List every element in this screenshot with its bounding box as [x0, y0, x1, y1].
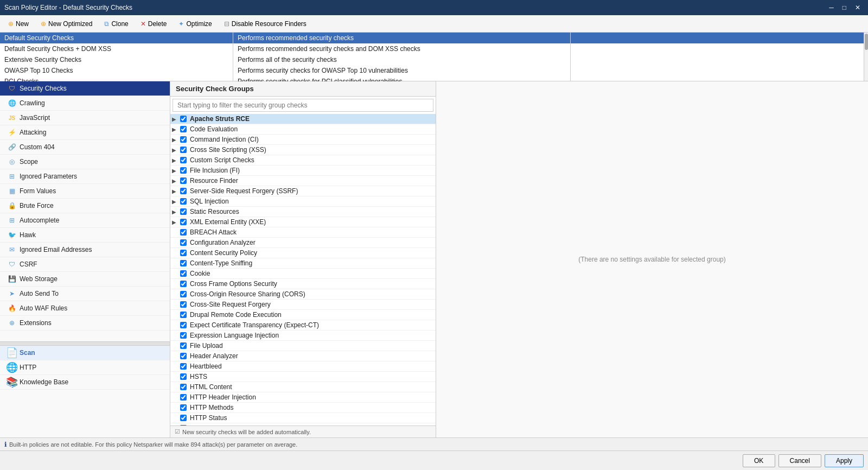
- expand-static[interactable]: ▶: [170, 208, 178, 215]
- policy-row-default[interactable]: Default Security Checks: [0, 33, 233, 43]
- check-sql[interactable]: [180, 198, 187, 205]
- close-button[interactable]: ✕: [852, 3, 864, 12]
- policy-desc-dom-xss[interactable]: Performs recommended security checks and…: [233, 43, 570, 54]
- check-item-csrf[interactable]: Cross-Site Request Forgery: [170, 300, 436, 310]
- sidebar-item-custom-404[interactable]: 🔗 Custom 404: [0, 140, 170, 155]
- expand-resource-finder[interactable]: ▶: [170, 177, 178, 185]
- expand-ssrf[interactable]: ▶: [170, 187, 178, 195]
- clone-button[interactable]: ⧉ Clone: [99, 18, 133, 29]
- cancel-button[interactable]: Cancel: [778, 454, 821, 467]
- sidebar-item-scan[interactable]: 📄 Scan: [0, 346, 170, 360]
- check-content-type[interactable]: [180, 260, 187, 266]
- check-item-el-injection[interactable]: Expression Language Injection: [170, 331, 436, 341]
- check-item-drupal[interactable]: Drupal Remote Code Execution: [170, 310, 436, 320]
- check-cors[interactable]: [180, 291, 187, 297]
- expand-cmd-injection[interactable]: ▶: [170, 136, 178, 143]
- policy-row-dom-xss[interactable]: Default Security Checks + DOM XSS: [0, 43, 233, 54]
- check-item-file-upload[interactable]: File Upload: [170, 341, 436, 351]
- sidebar-item-auto-send-to[interactable]: ➤ Auto Send To: [0, 287, 170, 301]
- check-item-resource-finder[interactable]: ▶ Resource Finder: [170, 176, 436, 186]
- check-item-custom-script[interactable]: ▶ Custom Script Checks: [170, 155, 436, 166]
- check-item-xxe[interactable]: ▶ XML External Entity (XXE): [170, 217, 436, 227]
- check-item-code-eval[interactable]: ▶ Code Evaluation: [170, 124, 436, 135]
- check-item-header-analyzer[interactable]: Header Analyzer: [170, 351, 436, 361]
- check-cross-frame[interactable]: [180, 281, 187, 287]
- sidebar-item-csrf[interactable]: 🛡 CSRF: [0, 257, 170, 272]
- check-item-csp[interactable]: Content Security Policy: [170, 248, 436, 258]
- policy-desc-owasp[interactable]: Performs security checks for OWASP Top 1…: [233, 65, 570, 76]
- sidebar-item-web-storage[interactable]: 💾 Web Storage: [0, 272, 170, 287]
- check-item-cors[interactable]: Cross-Origin Resource Sharing (CORS): [170, 289, 436, 300]
- security-group-filter[interactable]: [173, 99, 433, 112]
- check-config-analyzer[interactable]: [180, 239, 187, 246]
- check-static[interactable]: [180, 208, 187, 215]
- sidebar-item-attacking[interactable]: ⚡ Attacking: [0, 125, 170, 140]
- sidebar-item-crawling[interactable]: 🌐 Crawling: [0, 96, 170, 111]
- check-file-inclusion[interactable]: [180, 167, 187, 174]
- check-cookie[interactable]: [180, 270, 187, 277]
- check-item-heartbleed[interactable]: Heartbleed: [170, 361, 436, 372]
- check-xxe[interactable]: [180, 219, 187, 225]
- ok-button[interactable]: OK: [743, 454, 775, 467]
- sidebar-item-security-checks[interactable]: 🛡 Security Checks: [0, 81, 170, 96]
- sidebar-item-http[interactable]: 🌐 HTTP: [0, 360, 170, 375]
- sidebar-item-ignored-email[interactable]: ✉ Ignored Email Addresses: [0, 243, 170, 257]
- sidebar-item-autocomplete[interactable]: ⊞ Autocomplete: [0, 213, 170, 228]
- check-item-http-status[interactable]: HTTP Status: [170, 413, 436, 423]
- check-resource-finder[interactable]: [180, 177, 187, 184]
- optimize-button[interactable]: ✦ Optimize: [174, 18, 216, 29]
- check-el-injection[interactable]: [180, 332, 187, 339]
- check-ssrf[interactable]: [180, 188, 187, 194]
- expand-code-eval[interactable]: ▶: [170, 125, 178, 133]
- check-file-upload[interactable]: [180, 342, 187, 349]
- check-item-http-header-inject[interactable]: HTTP Header Injection: [170, 392, 436, 403]
- check-item-config-analyzer[interactable]: Configuration Analyzer: [170, 238, 436, 248]
- expand-sql[interactable]: ▶: [170, 198, 178, 205]
- check-item-xss[interactable]: ▶ Cross Site Scripting (XSS): [170, 145, 436, 155]
- check-item-content-type[interactable]: Content-Type Sniffing: [170, 258, 436, 269]
- check-csrf[interactable]: [180, 301, 187, 308]
- check-item-sql[interactable]: ▶ SQL Injection: [170, 196, 436, 207]
- check-heartbleed[interactable]: [180, 363, 187, 370]
- sidebar-item-scope[interactable]: ◎ Scope: [0, 155, 170, 169]
- expand-xxe[interactable]: ▶: [170, 218, 178, 226]
- check-breach[interactable]: [180, 229, 187, 236]
- restore-button[interactable]: □: [839, 3, 850, 12]
- expand-xss[interactable]: ▶: [170, 146, 178, 154]
- check-item-cookie[interactable]: Cookie: [170, 269, 436, 279]
- check-expect-ct[interactable]: [180, 322, 187, 328]
- check-xss[interactable]: [180, 147, 187, 153]
- check-http-status[interactable]: [180, 415, 187, 421]
- apply-button[interactable]: Apply: [825, 454, 864, 467]
- check-header-analyzer[interactable]: [180, 353, 187, 359]
- disable-finders-button[interactable]: ⊟ Disable Resource Finders: [219, 18, 311, 29]
- sidebar-item-ignored-parameters[interactable]: ⊞ Ignored Parameters: [0, 169, 170, 184]
- check-item-cmd-injection[interactable]: ▶ Command Injection (CI): [170, 135, 436, 145]
- check-apache-struts[interactable]: [180, 116, 187, 122]
- check-html-content[interactable]: [180, 384, 187, 390]
- check-item-file-inclusion[interactable]: ▶ File Inclusion (FI): [170, 166, 436, 176]
- expand-file-inclusion[interactable]: ▶: [170, 167, 178, 174]
- check-item-hsts[interactable]: HSTS: [170, 372, 436, 382]
- check-item-ssrf[interactable]: ▶ Server-Side Request Forgery (SSRF): [170, 186, 436, 196]
- new-optimized-button[interactable]: ⊕ New Optimized: [36, 18, 97, 29]
- check-item-static[interactable]: ▶ Static Resources: [170, 207, 436, 217]
- sidebar-item-form-values[interactable]: ▦ Form Values: [0, 184, 170, 199]
- check-code-eval[interactable]: [180, 126, 187, 132]
- check-item-html-content[interactable]: HTML Content: [170, 382, 436, 392]
- check-item-cross-frame[interactable]: Cross Frame Options Security: [170, 279, 436, 289]
- check-item-expect-ct[interactable]: Expect Certificate Transparency (Expect-…: [170, 320, 436, 331]
- policy-scrollbar[interactable]: [864, 33, 868, 81]
- sidebar-item-javascript[interactable]: JS JavaScript: [0, 111, 170, 125]
- sidebar-item-auto-waf-rules[interactable]: 🔥 Auto WAF Rules: [0, 301, 170, 316]
- policy-row-extensive[interactable]: Extensive Security Checks: [0, 54, 233, 65]
- expand-apache-struts[interactable]: ▶: [170, 115, 178, 123]
- expand-custom-script[interactable]: ▶: [170, 156, 178, 164]
- check-item-http-methods[interactable]: HTTP Methods: [170, 403, 436, 413]
- check-item-breach[interactable]: BREACH Attack: [170, 227, 436, 238]
- check-drupal[interactable]: [180, 312, 187, 318]
- sidebar-item-extensions[interactable]: ⊕ Extensions: [0, 316, 170, 331]
- sidebar-item-brute-force[interactable]: 🔒 Brute Force: [0, 199, 170, 213]
- sidebar-item-knowledge-base[interactable]: 📚 Knowledge Base: [0, 375, 170, 390]
- delete-button[interactable]: ✕ Delete: [136, 18, 172, 29]
